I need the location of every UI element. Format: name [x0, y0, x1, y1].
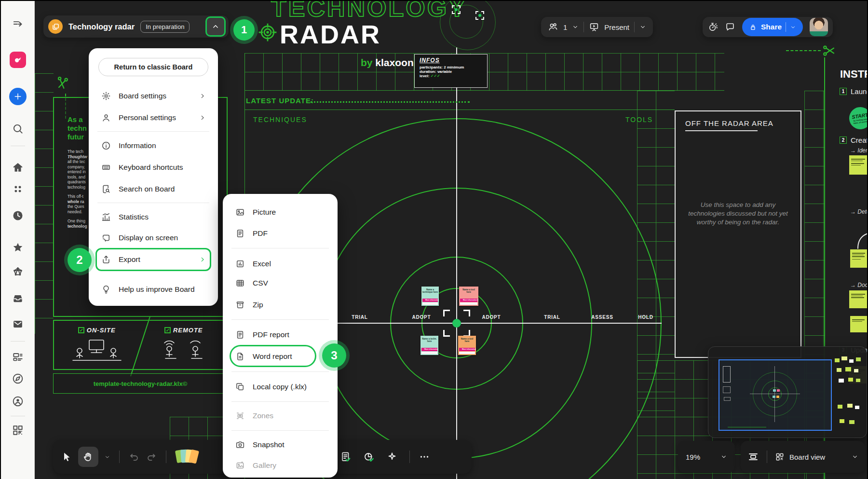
- search-document-icon: [101, 184, 111, 194]
- menu-divider: [231, 401, 329, 402]
- instructions-action-label: Determine: [857, 208, 867, 215]
- submenu-item-zip[interactable]: Zip: [231, 294, 331, 315]
- lightbulb-icon: [101, 285, 111, 294]
- infos-participants: participants: 2 minimum: [420, 65, 482, 69]
- support-icon[interactable]: [12, 395, 24, 408]
- network-icon[interactable]: [12, 266, 24, 278]
- infos-title: INFOS: [420, 57, 482, 64]
- favorites-icon[interactable]: [12, 241, 24, 254]
- templates-icon[interactable]: [12, 351, 24, 363]
- present-icon[interactable]: [589, 22, 599, 32]
- zoom-chevron-icon[interactable]: [720, 453, 727, 460]
- minimap-sticky: [776, 396, 779, 398]
- status-badge[interactable]: In preparation: [140, 21, 190, 33]
- qr-code-icon[interactable]: [12, 424, 24, 437]
- apps-grid-icon[interactable]: [12, 183, 24, 195]
- present-label[interactable]: Present: [604, 23, 629, 31]
- board-view-control[interactable]: Board view: [741, 441, 865, 473]
- sticky-notes-tool[interactable]: [175, 448, 198, 465]
- share-chevron-icon[interactable]: [790, 24, 796, 30]
- person-icon: [101, 113, 111, 123]
- menu-divider: [97, 203, 209, 203]
- sticky-note[interactable]: Name a technique here More information h…: [421, 287, 439, 306]
- participants-count[interactable]: 1: [563, 23, 567, 31]
- submenu-item-pdf-report[interactable]: PDF report: [231, 324, 331, 345]
- step-number-box: 1: [840, 88, 847, 95]
- board-view-chevron-icon[interactable]: [852, 453, 858, 460]
- pan-tool-chevron-icon[interactable]: [104, 454, 110, 460]
- menu-item-information[interactable]: Information: [96, 135, 211, 156]
- minimap[interactable]: [708, 346, 867, 438]
- sticky-note[interactable]: Name a techn. here More information here…: [420, 336, 438, 355]
- chat-icon[interactable]: [725, 22, 735, 32]
- pdf-report-icon: [235, 330, 245, 340]
- expand-sidebar-icon[interactable]: [12, 18, 24, 30]
- keyboard-icon: [101, 163, 111, 172]
- board-canvas[interactable]: TECHNOLOGY RADAR by klaxoon INFOS partic…: [35, 1, 867, 479]
- submenu-item-excel[interactable]: Excel: [231, 253, 331, 274]
- undo-button[interactable]: [128, 451, 140, 463]
- menu-item-statistics[interactable]: Statistics: [96, 206, 211, 228]
- redo-button[interactable]: [146, 451, 157, 463]
- quadrant-label-techniques: TECHNIQUES: [253, 116, 307, 123]
- menu-divider: [231, 248, 329, 248]
- return-to-classic-board-button[interactable]: Return to classic Board: [98, 58, 208, 76]
- more-tools-button[interactable]: [419, 451, 430, 463]
- discover-icon[interactable]: [12, 372, 24, 385]
- create-new-button[interactable]: [9, 88, 27, 105]
- menu-item-help-us-improve[interactable]: Help us improve Board: [96, 279, 211, 300]
- zoom-level[interactable]: 19%: [686, 453, 700, 461]
- ring-label: HOLD: [638, 315, 653, 320]
- select-tool[interactable]: [61, 451, 72, 463]
- submenu-item-picture[interactable]: Picture: [231, 202, 331, 223]
- share-button[interactable]: Share: [742, 18, 803, 36]
- menu-item-export[interactable]: Export: [96, 249, 211, 270]
- board-menu-toggle[interactable]: [205, 16, 226, 37]
- search-icon[interactable]: [12, 123, 24, 135]
- center-dot[interactable]: [452, 319, 461, 328]
- menu-divider: [231, 371, 329, 372]
- avatar[interactable]: [810, 18, 828, 36]
- off-radar-underline: [685, 130, 758, 131]
- submenu-item-word-report[interactable]: Word report: [231, 346, 331, 367]
- sticky-note[interactable]: Name a tool here More information here!: [458, 336, 476, 355]
- divider: [119, 451, 120, 463]
- home-icon[interactable]: [12, 161, 24, 174]
- board-view-label[interactable]: Board view: [789, 453, 825, 461]
- submenu-item-snapshot[interactable]: Snapshot: [231, 434, 331, 455]
- pan-tool[interactable]: [78, 447, 98, 467]
- survey-tool[interactable]: [340, 451, 352, 463]
- radar-axis-vertical: [456, 47, 457, 479]
- board-title[interactable]: Technology radar: [68, 22, 135, 31]
- participants-chevron-icon[interactable]: [572, 24, 579, 30]
- board-menu-dropdown: Return to classic Board Board settings P…: [89, 48, 218, 306]
- divider: [786, 22, 786, 32]
- menu-item-board-settings[interactable]: Board settings: [96, 85, 211, 107]
- timer-icon[interactable]: [707, 22, 718, 32]
- inbox-icon[interactable]: [12, 292, 24, 304]
- submenu-item-csv[interactable]: CSV: [231, 273, 331, 294]
- latest-update-dots: [311, 101, 470, 103]
- menu-item-display-on-screen[interactable]: Display on screen: [96, 227, 211, 248]
- poll-tool[interactable]: [363, 451, 375, 463]
- menu-item-personal-settings[interactable]: Personal settings: [96, 107, 211, 128]
- present-options-chevron-icon[interactable]: [639, 24, 646, 30]
- divider: [11, 416, 25, 416]
- minimap-sticky: [849, 420, 854, 424]
- zoom-control[interactable]: 19%: [678, 441, 735, 473]
- instruction-sticky: [849, 290, 867, 308]
- submenu-item-pdf[interactable]: PDF: [231, 223, 331, 244]
- submenu-item-local-copy[interactable]: Local copy (.klx): [231, 376, 331, 397]
- sticky-note[interactable]: Name a tool here More information here!: [459, 287, 478, 306]
- participants-icon[interactable]: [548, 22, 558, 32]
- menu-item-keyboard-shortcuts[interactable]: Keyboard shortcuts: [96, 157, 211, 178]
- zones-view-icon[interactable]: [747, 451, 759, 463]
- mail-icon[interactable]: [12, 318, 24, 330]
- export-submenu: Picture PDF Excel CSV Zip PDF report Wor…: [223, 194, 338, 478]
- klaxoon-logo[interactable]: [10, 52, 26, 68]
- magic-tool[interactable]: [386, 451, 398, 463]
- recent-icon[interactable]: [12, 209, 24, 222]
- menu-item-search-on-board[interactable]: Search on Board: [96, 178, 211, 200]
- arrow-icon: →: [850, 282, 856, 288]
- excel-icon: [235, 259, 245, 269]
